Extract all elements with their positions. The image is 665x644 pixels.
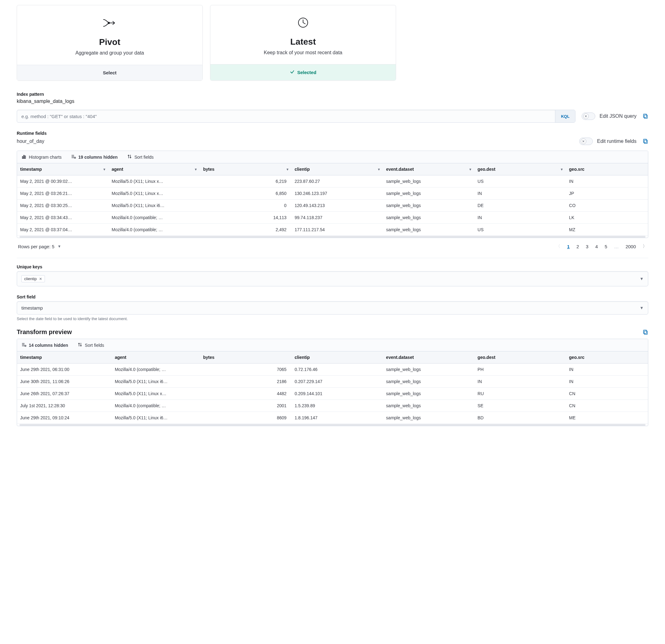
- column-header-timestamp[interactable]: timestamp: [17, 352, 112, 363]
- table-cell: 99.74.118.237: [291, 212, 383, 224]
- next-page-button[interactable]: 〉: [643, 244, 647, 249]
- table-cell: Mozilla/4.0 (compatible; …: [112, 400, 200, 412]
- table-cell: sample_web_logs: [383, 175, 474, 188]
- divider: [17, 258, 648, 258]
- page-4[interactable]: 4: [595, 244, 598, 249]
- page-3[interactable]: 3: [586, 244, 588, 249]
- table-cell: 0: [200, 200, 291, 212]
- table-cell: June 26th 2021, 07:26:37: [17, 388, 112, 400]
- table-cell: Mozilla/5.0 (X11; Linux x…: [112, 388, 200, 400]
- table-cell: IN: [474, 212, 566, 224]
- table-row: May 2, 2021 @ 03:37:04…Mozilla/4.0 (comp…: [17, 224, 648, 236]
- column-header-bytes[interactable]: bytes: [200, 352, 291, 363]
- svg-rect-7: [23, 155, 24, 158]
- columns-hidden-button[interactable]: 19 columns hidden: [71, 154, 118, 160]
- table-cell: Mozilla/5.0 (X11; Linux x…: [109, 188, 200, 200]
- table-cell: 177.111.217.54: [291, 224, 383, 236]
- sort-field-select[interactable]: timestamp ▼: [17, 301, 648, 315]
- column-header-geo-src[interactable]: geo.src: [566, 163, 648, 175]
- column-header-timestamp[interactable]: timestamp▾: [17, 163, 109, 175]
- chip-remove-icon[interactable]: ✕: [39, 277, 42, 281]
- edit-runtime-toggle[interactable]: ✕: [579, 138, 593, 145]
- chevron-down-icon: ▾: [103, 167, 106, 171]
- svg-rect-10: [644, 331, 647, 335]
- table-cell: 223.87.60.27: [291, 175, 383, 188]
- page-2000[interactable]: 2000: [626, 244, 636, 249]
- table-cell: sample_web_logs: [383, 388, 474, 400]
- table-cell: IN: [566, 363, 648, 376]
- histogram-charts-button[interactable]: Histogram charts: [21, 154, 62, 160]
- columns-hidden-label: 19 columns hidden: [78, 155, 118, 159]
- grid-scrollbar[interactable]: [20, 236, 645, 238]
- kql-toggle[interactable]: KQL: [555, 110, 575, 122]
- column-header-geo-dest[interactable]: geo.dest: [474, 352, 566, 363]
- copy-icon[interactable]: [643, 113, 648, 119]
- card-pivot-title: Pivot: [99, 37, 120, 47]
- runtime-field-name: hour_of_day: [17, 138, 573, 144]
- columns-hidden-label: 14 columns hidden: [29, 343, 68, 348]
- sort-field-value: timestamp: [21, 305, 43, 310]
- table-row: June 29th 2021, 09:10:24Mozilla/5.0 (X11…: [17, 412, 648, 424]
- table-cell: RU: [474, 388, 566, 400]
- column-header-geo-dest[interactable]: geo.dest▾: [474, 163, 566, 175]
- card-latest-footer-text: Selected: [297, 70, 317, 75]
- column-header-clientip[interactable]: clientip▾: [291, 163, 383, 175]
- edit-json-toggle[interactable]: ✕: [582, 113, 595, 120]
- edit-runtime-label: Edit runtime fields: [597, 138, 636, 144]
- sort-fields-button[interactable]: Sort fields: [127, 154, 154, 160]
- card-pivot-footer[interactable]: Select: [17, 65, 202, 80]
- unique-keys-select[interactable]: clientip ✕ ▼: [17, 271, 648, 286]
- column-header-geo-src[interactable]: geo.src: [566, 352, 648, 363]
- table-cell: 2,492: [200, 224, 291, 236]
- chevron-down-icon: ▾: [561, 167, 563, 171]
- table-cell: 4482: [200, 388, 291, 400]
- source-data-grid: Histogram charts 19 columns hidden Sort …: [17, 151, 648, 238]
- table-cell: 120.49.143.213: [291, 200, 383, 212]
- svg-rect-8: [25, 156, 26, 158]
- chevron-down-icon: ▾: [287, 167, 288, 171]
- card-latest-title: Latest: [290, 37, 316, 47]
- page-5[interactable]: 5: [605, 244, 607, 249]
- grid-scrollbar[interactable]: [20, 424, 645, 426]
- columns-hidden-button[interactable]: 14 columns hidden: [21, 342, 68, 348]
- table-row: May 2, 2021 @ 03:26:21…Mozilla/5.0 (X11;…: [17, 188, 648, 200]
- svg-rect-5: [644, 139, 647, 143]
- page-2[interactable]: 2: [576, 244, 579, 249]
- table-cell: JP: [566, 188, 648, 200]
- table-cell: IN: [566, 376, 648, 388]
- card-latest[interactable]: Latest Keep track of your most recent da…: [210, 5, 396, 80]
- column-header-event-dataset[interactable]: event.dataset: [383, 352, 474, 363]
- chevron-down-icon: ▼: [640, 306, 644, 310]
- table-cell: Mozilla/5.0 (X11; Linux x…: [109, 175, 200, 188]
- table-cell: US: [474, 224, 566, 236]
- table-cell: May 2, 2021 @ 03:34:43…: [17, 212, 109, 224]
- pagination-ellipsis: …: [614, 244, 619, 249]
- rows-per-page[interactable]: Rows per page: 5 ▼: [18, 244, 61, 249]
- chevron-down-icon: ▼: [640, 277, 644, 281]
- table-cell: sample_web_logs: [383, 188, 474, 200]
- table-cell: 6,850: [200, 188, 291, 200]
- card-pivot-subtitle: Aggregate and group your data: [75, 50, 144, 56]
- column-header-event-dataset[interactable]: event.dataset▾: [383, 163, 474, 175]
- table-row: June 29th 2021, 06:31:00Mozilla/4.0 (com…: [17, 363, 648, 376]
- table-cell: ME: [566, 412, 648, 424]
- page-1[interactable]: 1: [567, 244, 570, 249]
- copy-icon[interactable]: [643, 138, 648, 144]
- query-input[interactable]: [17, 110, 555, 122]
- column-header-agent[interactable]: agent▾: [109, 163, 200, 175]
- sort-fields-button[interactable]: Sort fields: [77, 342, 104, 348]
- table-cell: 7065: [200, 363, 291, 376]
- column-header-bytes[interactable]: bytes▾: [200, 163, 291, 175]
- chevron-down-icon: ▼: [58, 244, 61, 249]
- check-icon: [290, 70, 295, 75]
- column-header-clientip[interactable]: clientip: [291, 352, 383, 363]
- query-box: KQL: [17, 110, 575, 123]
- card-latest-footer[interactable]: Selected: [210, 64, 396, 80]
- table-cell: DE: [474, 200, 566, 212]
- column-header-agent[interactable]: agent: [112, 352, 200, 363]
- card-pivot[interactable]: Pivot Aggregate and group your data Sele…: [17, 5, 203, 80]
- prev-page-button[interactable]: 〈: [556, 244, 560, 249]
- table-cell: MZ: [566, 224, 648, 236]
- copy-icon[interactable]: [643, 329, 648, 335]
- sort-icon: [77, 342, 82, 348]
